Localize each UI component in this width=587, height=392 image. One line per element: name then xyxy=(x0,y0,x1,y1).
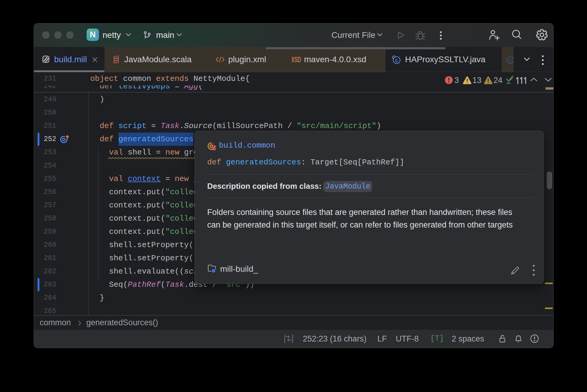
svg-text:C: C xyxy=(395,59,398,64)
svg-text:C: C xyxy=(509,59,512,64)
